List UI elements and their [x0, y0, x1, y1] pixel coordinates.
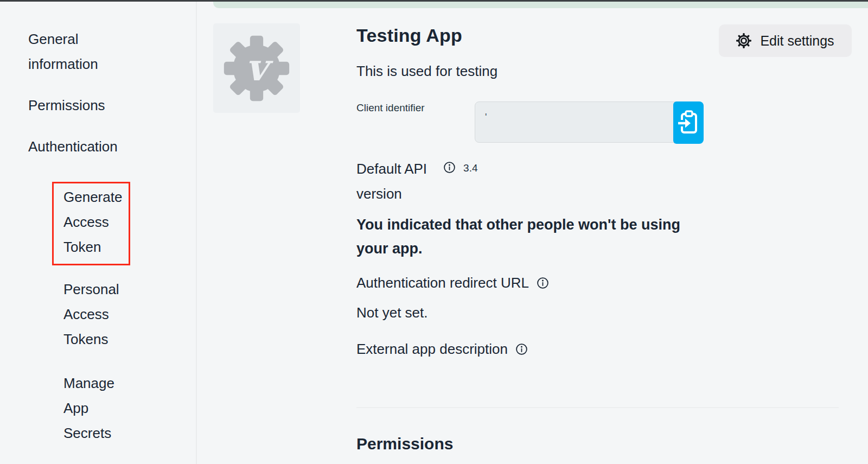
- sidebar-item-generate-access-token[interactable]: Generate Access Token: [52, 182, 130, 265]
- section-divider: [356, 407, 839, 408]
- notification-bar: [213, 2, 868, 8]
- sidebar-item-manage-app-secrets[interactable]: Manage App Secrets: [63, 371, 114, 446]
- clipboard-arrow-icon: [677, 110, 700, 136]
- sidebar-item-general-information[interactable]: General information: [28, 27, 142, 77]
- auth-redirect-url-value: Not yet set.: [356, 304, 428, 321]
- sidebar-divider: [196, 2, 197, 464]
- gear-icon: [736, 33, 751, 48]
- permissions-section-heading: Permissions: [356, 435, 453, 453]
- page-title: Testing App: [356, 25, 462, 46]
- client-identifier-value: ': [485, 112, 487, 123]
- external-app-description-row: External app description: [356, 341, 528, 358]
- app-settings-page: General information Permissions Authenti…: [0, 0, 868, 464]
- auth-redirect-url-label: Authentication redirect URL: [356, 275, 529, 291]
- sidebar-item-personal-access-tokens[interactable]: Personal Access Tokens: [63, 277, 119, 352]
- info-icon[interactable]: [537, 277, 549, 289]
- sidebar-item-permissions[interactable]: Permissions: [28, 93, 105, 118]
- info-icon[interactable]: [515, 343, 528, 355]
- client-identifier-input[interactable]: ': [475, 101, 704, 143]
- client-identifier-label: Client identifier: [356, 102, 425, 114]
- external-app-description-label: External app description: [356, 341, 508, 358]
- auth-redirect-url-row: Authentication redirect URL: [356, 275, 549, 291]
- vimeo-gear-icon: v: [222, 34, 291, 103]
- sidebar-item-authentication[interactable]: Authentication: [28, 134, 118, 159]
- app-description: This is used for testing: [356, 63, 497, 80]
- app-usage-notice: You indicated that other people won't be…: [356, 213, 680, 260]
- info-icon[interactable]: [443, 161, 456, 174]
- default-api-version-label: Default API version: [356, 156, 427, 206]
- copy-client-identifier-button[interactable]: [673, 101, 704, 144]
- default-api-version-row: Default API version 3.4: [356, 156, 478, 206]
- edit-settings-label: Edit settings: [760, 33, 834, 49]
- app-logo: v: [213, 23, 300, 113]
- default-api-version-value: 3.4: [463, 162, 477, 174]
- edit-settings-button[interactable]: Edit settings: [719, 24, 852, 57]
